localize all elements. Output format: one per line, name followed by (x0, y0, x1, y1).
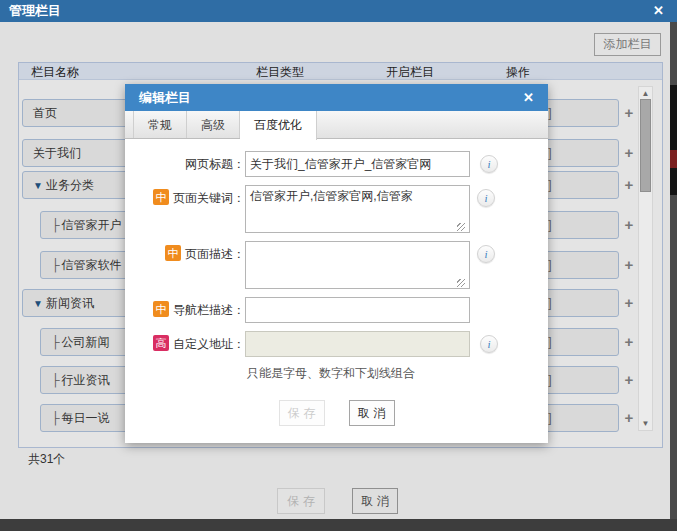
field-label: 网页标题： (125, 151, 245, 177)
add-subcolumn-icon[interactable]: + (622, 256, 636, 273)
tab-baidu-seo[interactable]: 百度优化 (240, 111, 317, 140)
branch-icon: ├ (51, 258, 60, 272)
dialog-title: 编辑栏目 (139, 90, 191, 105)
branch-icon: ├ (51, 411, 60, 425)
column-header-actions: 操作 (506, 64, 530, 81)
scroll-up-icon[interactable]: ▲ (639, 89, 652, 98)
right-window-edge (670, 22, 677, 519)
form-row-custom-url: 高自定义地址： i (125, 331, 548, 357)
add-subcolumn-icon[interactable]: + (622, 294, 636, 311)
vertical-scrollbar[interactable]: ▲ ▼ (638, 86, 653, 431)
background-dark-area (670, 85, 677, 195)
bottom-window-edge (0, 519, 677, 531)
background-red-area (670, 150, 677, 168)
dialog-close-icon[interactable]: ✕ (523, 84, 534, 111)
field-label-text: 页面关键词： (173, 191, 245, 205)
branch-icon: ├ (51, 335, 60, 349)
add-subcolumn-icon[interactable]: + (622, 216, 636, 233)
field-label-text: 页面描述： (185, 247, 245, 261)
field-label: 中页面描述： (125, 241, 245, 267)
info-icon[interactable]: i (477, 189, 495, 207)
custom-url-input (245, 331, 470, 357)
description-textarea[interactable] (245, 241, 470, 289)
branch-icon: ├ (51, 373, 60, 387)
add-subcolumn-icon[interactable]: + (622, 176, 636, 193)
window-close-icon[interactable]: ✕ (653, 0, 664, 22)
dialog-cancel-button[interactable]: 取 消 (349, 400, 395, 426)
dialog-buttons: 保 存 取 消 (125, 400, 548, 426)
tree-item-label: 首页 (33, 106, 57, 120)
form-row-page-title: 网页标题： i (125, 151, 548, 177)
scroll-down-icon[interactable]: ▼ (639, 419, 652, 428)
priority-badge-mid: 中 (165, 245, 181, 261)
dialog-body: 网页标题： i 中页面关键词： 信管家开户,信管家官网,信管家 i 中页面描述：… (125, 139, 548, 426)
add-subcolumn-icon[interactable]: + (622, 371, 636, 388)
info-icon[interactable]: i (480, 155, 498, 173)
field-label: 中导航栏描述： (125, 297, 245, 323)
tree-item-label: 行业资讯 (62, 373, 110, 387)
tree-item-label: 每日一说 (62, 411, 110, 425)
form-row-description: 中页面描述： i (125, 241, 548, 289)
nav-desc-input[interactable] (245, 297, 470, 323)
custom-url-hint: 只能是字母、数字和下划线组合 (247, 365, 548, 382)
main-save-button[interactable]: 保 存 (277, 488, 325, 514)
tree-item-label: 公司新闻 (62, 335, 110, 349)
expanded-arrow-icon: ▼ (33, 180, 43, 191)
main-cancel-button[interactable]: 取 消 (352, 488, 398, 514)
column-header-name: 栏目名称 (31, 64, 79, 81)
window-titlebar: 管理栏目 ✕ (0, 0, 677, 22)
field-label-text: 导航栏描述： (173, 303, 245, 317)
page-title-input[interactable] (245, 151, 470, 177)
tree-item-label: 信管家软件 (62, 258, 122, 272)
dialog-tabs: 常规 高级 百度优化 (125, 111, 548, 139)
tree-item-label: 信管家开户 (62, 218, 122, 232)
window-title: 管理栏目 (9, 3, 61, 18)
form-row-nav-desc: 中导航栏描述： (125, 297, 548, 323)
tree-item-label: 业务分类 (46, 178, 94, 192)
expanded-arrow-icon: ▼ (33, 298, 43, 309)
column-header-enabled: 开启栏目 (386, 64, 434, 81)
info-icon[interactable]: i (480, 335, 498, 353)
tab-general[interactable]: 常规 (133, 111, 187, 138)
add-subcolumn-icon[interactable]: + (622, 333, 636, 350)
column-header-type: 栏目类型 (256, 64, 304, 81)
tree-item-label: 关于我们 (33, 146, 81, 160)
dialog-titlebar: 编辑栏目 ✕ (125, 84, 548, 111)
add-subcolumn-icon[interactable]: + (622, 104, 636, 121)
total-count-label: 共31个 (28, 451, 65, 468)
add-column-button[interactable]: 添加栏目 (594, 33, 661, 56)
dialog-save-button[interactable]: 保 存 (279, 400, 325, 426)
priority-badge-mid: 中 (153, 189, 169, 205)
info-icon[interactable]: i (477, 245, 495, 263)
branch-icon: ├ (51, 218, 60, 232)
field-label: 高自定义地址： (125, 331, 245, 357)
keywords-textarea[interactable]: 信管家开户,信管家官网,信管家 (245, 185, 470, 233)
tree-item-label: 新闻资讯 (46, 296, 94, 310)
field-label: 中页面关键词： (125, 185, 245, 211)
add-subcolumn-icon[interactable]: + (622, 144, 636, 161)
scrollbar-thumb[interactable] (640, 99, 651, 192)
add-subcolumn-icon[interactable]: + (622, 409, 636, 426)
form-row-keywords: 中页面关键词： 信管家开户,信管家官网,信管家 i (125, 185, 548, 233)
priority-badge-high: 高 (153, 335, 169, 351)
tab-advanced[interactable]: 高级 (187, 111, 240, 138)
priority-badge-mid: 中 (153, 301, 169, 317)
field-label-text: 自定义地址： (173, 337, 245, 351)
table-header-row: 栏目名称 栏目类型 开启栏目 操作 (19, 63, 662, 80)
edit-column-dialog: 编辑栏目 ✕ 常规 高级 百度优化 网页标题： i 中页面关键词： 信管家开户,… (125, 84, 548, 443)
